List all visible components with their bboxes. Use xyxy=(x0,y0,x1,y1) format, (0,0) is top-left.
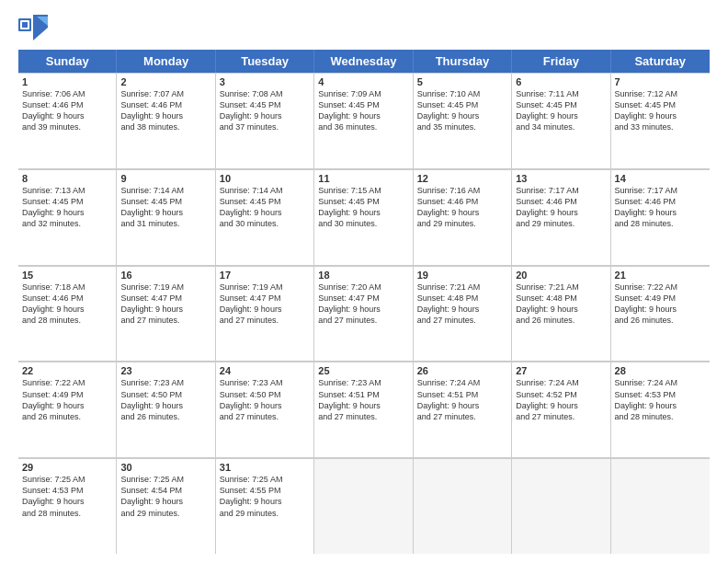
day-cell-7: 7Sunrise: 7:12 AM Sunset: 4:45 PM Daylig… xyxy=(611,73,710,168)
day-cell-8: 8Sunrise: 7:13 AM Sunset: 4:45 PM Daylig… xyxy=(18,169,117,265)
day-number: 26 xyxy=(417,365,507,376)
day-number: 8 xyxy=(22,173,112,184)
day-info: Sunrise: 7:08 AM Sunset: 4:45 PM Dayligh… xyxy=(220,88,310,133)
day-cell-16: 16Sunrise: 7:19 AM Sunset: 4:47 PM Dayli… xyxy=(117,266,215,362)
day-cell-13: 13Sunrise: 7:17 AM Sunset: 4:46 PM Dayli… xyxy=(512,169,610,265)
day-info: Sunrise: 7:19 AM Sunset: 4:47 PM Dayligh… xyxy=(220,282,310,327)
day-info: Sunrise: 7:06 AM Sunset: 4:46 PM Dayligh… xyxy=(22,88,112,133)
day-info: Sunrise: 7:18 AM Sunset: 4:46 PM Dayligh… xyxy=(22,282,112,327)
week-row-5: 29Sunrise: 7:25 AM Sunset: 4:53 PM Dayli… xyxy=(18,458,710,554)
day-number: 2 xyxy=(120,76,210,87)
day-number: 31 xyxy=(220,462,310,473)
day-number: 28 xyxy=(615,365,706,376)
day-info: Sunrise: 7:23 AM Sunset: 4:50 PM Dayligh… xyxy=(120,377,210,422)
day-info: Sunrise: 7:13 AM Sunset: 4:45 PM Dayligh… xyxy=(22,185,112,230)
day-info: Sunrise: 7:16 AM Sunset: 4:46 PM Dayligh… xyxy=(417,185,507,230)
header-day-wednesday: Wednesday xyxy=(314,50,413,73)
empty-cell xyxy=(512,458,610,554)
header-day-saturday: Saturday xyxy=(611,50,710,73)
day-cell-20: 20Sunrise: 7:21 AM Sunset: 4:48 PM Dayli… xyxy=(512,266,610,362)
day-info: Sunrise: 7:21 AM Sunset: 4:48 PM Dayligh… xyxy=(516,282,606,327)
logo xyxy=(18,15,50,40)
empty-cell xyxy=(414,458,512,554)
day-info: Sunrise: 7:22 AM Sunset: 4:49 PM Dayligh… xyxy=(22,377,112,422)
day-number: 15 xyxy=(22,270,112,281)
day-info: Sunrise: 7:09 AM Sunset: 4:45 PM Dayligh… xyxy=(318,88,408,133)
day-cell-4: 4Sunrise: 7:09 AM Sunset: 4:45 PM Daylig… xyxy=(314,73,413,168)
day-number: 16 xyxy=(120,270,210,281)
day-info: Sunrise: 7:22 AM Sunset: 4:49 PM Dayligh… xyxy=(615,282,706,327)
day-info: Sunrise: 7:23 AM Sunset: 4:51 PM Dayligh… xyxy=(318,377,408,422)
day-info: Sunrise: 7:25 AM Sunset: 4:53 PM Dayligh… xyxy=(22,474,112,519)
empty-cell xyxy=(314,458,413,554)
day-number: 17 xyxy=(220,270,310,281)
empty-cell xyxy=(611,458,710,554)
day-number: 24 xyxy=(220,365,310,376)
header-day-friday: Friday xyxy=(512,50,610,73)
day-cell-26: 26Sunrise: 7:24 AM Sunset: 4:51 PM Dayli… xyxy=(414,362,512,457)
day-cell-6: 6Sunrise: 7:11 AM Sunset: 4:45 PM Daylig… xyxy=(512,73,610,168)
day-cell-24: 24Sunrise: 7:23 AM Sunset: 4:50 PM Dayli… xyxy=(216,362,314,457)
day-number: 11 xyxy=(318,173,408,184)
header-day-thursday: Thursday xyxy=(414,50,512,73)
day-cell-29: 29Sunrise: 7:25 AM Sunset: 4:53 PM Dayli… xyxy=(18,458,117,554)
calendar: SundayMondayTuesdayWednesdayThursdayFrid… xyxy=(18,50,710,554)
day-number: 10 xyxy=(220,173,310,184)
day-info: Sunrise: 7:21 AM Sunset: 4:48 PM Dayligh… xyxy=(417,282,507,327)
day-cell-30: 30Sunrise: 7:25 AM Sunset: 4:54 PM Dayli… xyxy=(117,458,215,554)
day-cell-21: 21Sunrise: 7:22 AM Sunset: 4:49 PM Dayli… xyxy=(611,266,710,362)
week-row-4: 22Sunrise: 7:22 AM Sunset: 4:49 PM Dayli… xyxy=(18,362,710,458)
day-cell-28: 28Sunrise: 7:24 AM Sunset: 4:53 PM Dayli… xyxy=(611,362,710,457)
day-cell-10: 10Sunrise: 7:14 AM Sunset: 4:45 PM Dayli… xyxy=(216,169,314,265)
week-row-2: 8Sunrise: 7:13 AM Sunset: 4:45 PM Daylig… xyxy=(18,169,710,266)
day-number: 25 xyxy=(318,365,408,376)
day-number: 20 xyxy=(516,270,606,281)
day-info: Sunrise: 7:24 AM Sunset: 4:51 PM Dayligh… xyxy=(417,377,507,422)
day-cell-2: 2Sunrise: 7:07 AM Sunset: 4:46 PM Daylig… xyxy=(117,73,215,168)
calendar-header: SundayMondayTuesdayWednesdayThursdayFrid… xyxy=(18,50,710,73)
day-cell-25: 25Sunrise: 7:23 AM Sunset: 4:51 PM Dayli… xyxy=(314,362,413,457)
day-number: 3 xyxy=(220,76,310,87)
day-number: 1 xyxy=(22,76,112,87)
header xyxy=(18,15,710,40)
day-number: 12 xyxy=(417,173,507,184)
day-info: Sunrise: 7:11 AM Sunset: 4:45 PM Dayligh… xyxy=(516,88,606,133)
day-info: Sunrise: 7:14 AM Sunset: 4:45 PM Dayligh… xyxy=(220,185,310,230)
week-row-3: 15Sunrise: 7:18 AM Sunset: 4:46 PM Dayli… xyxy=(18,266,710,362)
day-cell-3: 3Sunrise: 7:08 AM Sunset: 4:45 PM Daylig… xyxy=(216,73,314,168)
day-number: 23 xyxy=(120,365,210,376)
day-number: 30 xyxy=(120,462,210,473)
header-day-sunday: Sunday xyxy=(18,50,117,73)
day-cell-14: 14Sunrise: 7:17 AM Sunset: 4:46 PM Dayli… xyxy=(611,169,710,265)
day-number: 13 xyxy=(516,173,606,184)
day-info: Sunrise: 7:24 AM Sunset: 4:52 PM Dayligh… xyxy=(516,377,606,422)
day-number: 6 xyxy=(516,76,606,87)
day-cell-11: 11Sunrise: 7:15 AM Sunset: 4:45 PM Dayli… xyxy=(314,169,413,265)
day-number: 22 xyxy=(22,365,112,376)
day-number: 27 xyxy=(516,365,606,376)
day-cell-12: 12Sunrise: 7:16 AM Sunset: 4:46 PM Dayli… xyxy=(414,169,512,265)
week-row-1: 1Sunrise: 7:06 AM Sunset: 4:46 PM Daylig… xyxy=(18,73,710,169)
day-cell-23: 23Sunrise: 7:23 AM Sunset: 4:50 PM Dayli… xyxy=(117,362,215,457)
day-number: 4 xyxy=(318,76,408,87)
day-info: Sunrise: 7:24 AM Sunset: 4:53 PM Dayligh… xyxy=(615,377,706,422)
day-info: Sunrise: 7:25 AM Sunset: 4:55 PM Dayligh… xyxy=(220,474,310,519)
day-number: 9 xyxy=(120,173,210,184)
day-number: 5 xyxy=(417,76,507,87)
day-info: Sunrise: 7:25 AM Sunset: 4:54 PM Dayligh… xyxy=(120,474,210,519)
day-info: Sunrise: 7:15 AM Sunset: 4:45 PM Dayligh… xyxy=(318,185,408,230)
day-cell-22: 22Sunrise: 7:22 AM Sunset: 4:49 PM Dayli… xyxy=(18,362,117,457)
day-number: 7 xyxy=(615,76,706,87)
day-number: 19 xyxy=(417,270,507,281)
day-cell-9: 9Sunrise: 7:14 AM Sunset: 4:45 PM Daylig… xyxy=(117,169,215,265)
day-cell-31: 31Sunrise: 7:25 AM Sunset: 4:55 PM Dayli… xyxy=(216,458,314,554)
header-day-tuesday: Tuesday xyxy=(216,50,314,73)
day-info: Sunrise: 7:10 AM Sunset: 4:45 PM Dayligh… xyxy=(417,88,507,133)
svg-rect-2 xyxy=(22,22,28,28)
day-cell-27: 27Sunrise: 7:24 AM Sunset: 4:52 PM Dayli… xyxy=(512,362,610,457)
day-cell-17: 17Sunrise: 7:19 AM Sunset: 4:47 PM Dayli… xyxy=(216,266,314,362)
day-cell-5: 5Sunrise: 7:10 AM Sunset: 4:45 PM Daylig… xyxy=(414,73,512,168)
day-info: Sunrise: 7:07 AM Sunset: 4:46 PM Dayligh… xyxy=(120,88,210,133)
day-cell-15: 15Sunrise: 7:18 AM Sunset: 4:46 PM Dayli… xyxy=(18,266,117,362)
day-number: 29 xyxy=(22,462,112,473)
